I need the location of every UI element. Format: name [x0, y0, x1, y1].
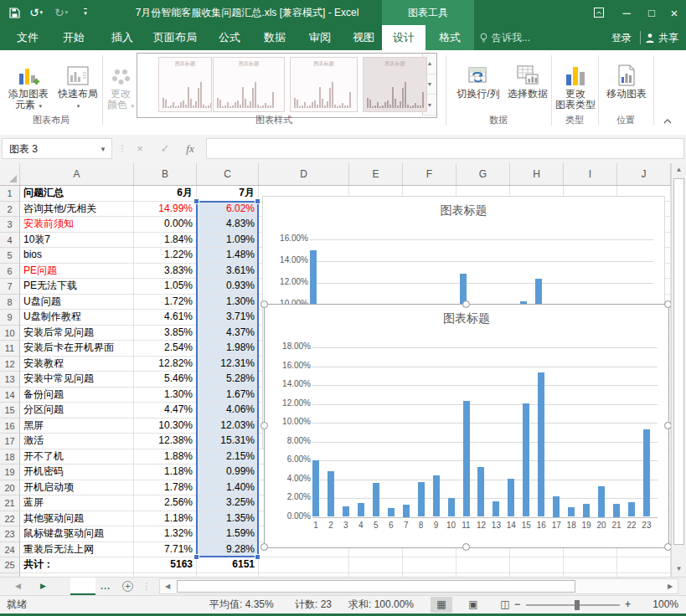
cell-B7[interactable]: 1.05% — [134, 279, 197, 295]
row-header-10[interactable]: 10 — [0, 326, 20, 341]
row-header-9[interactable]: 9 — [0, 310, 20, 326]
selection-handle[interactable] — [260, 422, 268, 429]
zoom-level[interactable]: 100% — [642, 596, 678, 613]
cell-B10[interactable]: 3.85% — [134, 326, 197, 341]
cell-E25[interactable] — [349, 557, 403, 573]
row-header-4[interactable]: 4 — [0, 233, 20, 249]
row-header-25[interactable]: 25 — [0, 557, 20, 573]
chart-style-thumbnail[interactable]: 图表标题 — [363, 57, 427, 112]
cancel-button[interactable]: × — [129, 138, 151, 159]
cell-A20[interactable]: 开机启动项 — [20, 480, 134, 496]
row-header-2[interactable]: 2 — [0, 202, 20, 218]
row-header-19[interactable]: 19 — [0, 465, 20, 480]
zoom-slider-track[interactable] — [526, 604, 620, 606]
cell-J25[interactable] — [617, 557, 671, 573]
cell-G25[interactable] — [456, 557, 510, 573]
cell-B5[interactable]: 1.22% — [134, 248, 197, 264]
cell-B24[interactable]: 7.71% — [134, 542, 197, 558]
cell-B17[interactable]: 12.38% — [134, 434, 197, 449]
minimize-button[interactable]: ─ — [614, 0, 639, 25]
share-button[interactable]: 共享 — [645, 25, 678, 50]
range-handle[interactable] — [255, 554, 260, 560]
chart-styles-gallery[interactable]: ▲ ▼ ▼ 图表标题图表标题图表标题图表标题 — [137, 53, 437, 118]
insert-function-button[interactable]: fx — [179, 138, 201, 159]
cell-B23[interactable]: 1.32% — [134, 526, 197, 542]
chart-style-thumbnail[interactable]: 图表标题 — [213, 57, 285, 112]
cell-C25[interactable]: 6151 — [197, 557, 259, 573]
column-header-E[interactable]: E — [349, 163, 403, 185]
undo-button[interactable]: ↺▾ — [25, 0, 47, 25]
previous-sheet-button[interactable]: ◀ — [15, 578, 21, 595]
row-header-17[interactable]: 17 — [0, 434, 20, 449]
cell-B19[interactable]: 1.18% — [134, 465, 197, 480]
cell-A16[interactable]: 黑屏 — [20, 418, 134, 434]
tab-视图[interactable]: 视图 — [347, 25, 380, 50]
row-header-21[interactable]: 21 — [0, 495, 20, 511]
cell-C11[interactable]: 1.98% — [197, 341, 259, 357]
cell-A12[interactable]: 安装教程 — [20, 357, 134, 372]
row-header-23[interactable]: 23 — [0, 526, 20, 542]
vertical-scrollbar[interactable]: ▲ ▼ — [671, 163, 686, 577]
scroll-down-icon[interactable]: ▼ — [672, 562, 686, 576]
vertical-scroll-thumb[interactable] — [673, 178, 684, 545]
cell-B20[interactable]: 1.78% — [134, 480, 197, 496]
cell-B8[interactable]: 1.72% — [134, 295, 197, 311]
row-header-12[interactable]: 12 — [0, 357, 20, 372]
tab-插入[interactable]: 插入 — [104, 25, 141, 50]
cell-A24[interactable]: 重装后无法上网 — [20, 542, 134, 558]
change-chart-type-button[interactable]: 更改 图表类型 — [554, 54, 596, 110]
cell-B25[interactable]: 5163 — [134, 557, 197, 573]
cell-C14[interactable]: 1.67% — [197, 388, 259, 403]
chart-july-selected[interactable]: 图表标题18.00%16.00%14.00%12.00%10.00%8.00%6… — [264, 304, 669, 548]
cell-A14[interactable]: 备份问题 — [20, 388, 134, 403]
cell-C17[interactable]: 15.31% — [197, 434, 259, 449]
cell-A5[interactable]: bios — [20, 248, 134, 264]
cell-B22[interactable]: 1.18% — [134, 511, 197, 527]
row-header-22[interactable]: 22 — [0, 511, 20, 527]
column-header-C[interactable]: C — [197, 163, 259, 185]
cell-D25[interactable] — [259, 557, 349, 573]
formula-input[interactable] — [206, 138, 684, 159]
tab-公式[interactable]: 公式 — [211, 25, 248, 50]
cell-A7[interactable]: PE无法下载 — [20, 279, 134, 295]
row-header-13[interactable]: 13 — [0, 372, 20, 388]
cell-C22[interactable]: 1.35% — [197, 511, 259, 527]
column-header-A[interactable]: A — [20, 163, 134, 185]
formula-bar-handle[interactable]: ⋮ — [118, 138, 126, 159]
page-layout-view-button[interactable]: ▣ — [462, 597, 484, 613]
add-sheet-button[interactable]: + — [122, 581, 133, 592]
cell-C15[interactable]: 4.06% — [197, 403, 259, 418]
selection-handle[interactable] — [462, 543, 470, 551]
cell-A15[interactable]: 分区问题 — [20, 403, 134, 418]
cell-C18[interactable]: 2.15% — [197, 449, 259, 465]
range-handle[interactable] — [193, 198, 199, 204]
cell-A25[interactable]: 共计： — [20, 557, 134, 573]
enter-button[interactable]: ✓ — [154, 138, 176, 159]
cell-A11[interactable]: 安装后卡在开机界面 — [20, 341, 134, 357]
cell-C21[interactable]: 3.25% — [197, 495, 259, 511]
cell-C3[interactable]: 4.83% — [197, 217, 259, 233]
select-all-corner[interactable] — [0, 163, 20, 185]
change-colors-button[interactable]: 更改 颜色 ▾ — [106, 54, 136, 111]
row-header-1[interactable]: 1 — [0, 186, 20, 202]
cell-A18[interactable]: 开不了机 — [20, 449, 134, 465]
cell-C13[interactable]: 5.28% — [197, 372, 259, 388]
cell-B1[interactable]: 6月 — [134, 186, 197, 202]
maximize-button[interactable]: □ — [639, 0, 664, 25]
cell-B11[interactable]: 2.54% — [134, 341, 197, 357]
row-header-18[interactable]: 18 — [0, 449, 20, 465]
row-header-14[interactable]: 14 — [0, 388, 20, 403]
cell-B4[interactable]: 1.84% — [134, 233, 197, 249]
row-header-6[interactable]: 6 — [0, 264, 20, 280]
range-handle[interactable] — [193, 554, 199, 560]
row-header-16[interactable]: 16 — [0, 418, 20, 434]
selection-handle[interactable] — [260, 300, 268, 308]
zoom-slider-thumb[interactable] — [575, 600, 580, 610]
cell-B13[interactable]: 5.46% — [134, 372, 197, 388]
customize-quick-access-button[interactable]: ▾ — [77, 0, 94, 25]
cell-B6[interactable]: 3.83% — [134, 264, 197, 280]
cell-A13[interactable]: 安装中常见问题 — [20, 372, 134, 388]
cell-A17[interactable]: 激活 — [20, 434, 134, 449]
selection-handle[interactable] — [664, 300, 671, 308]
row-header-7[interactable]: 7 — [0, 279, 20, 295]
